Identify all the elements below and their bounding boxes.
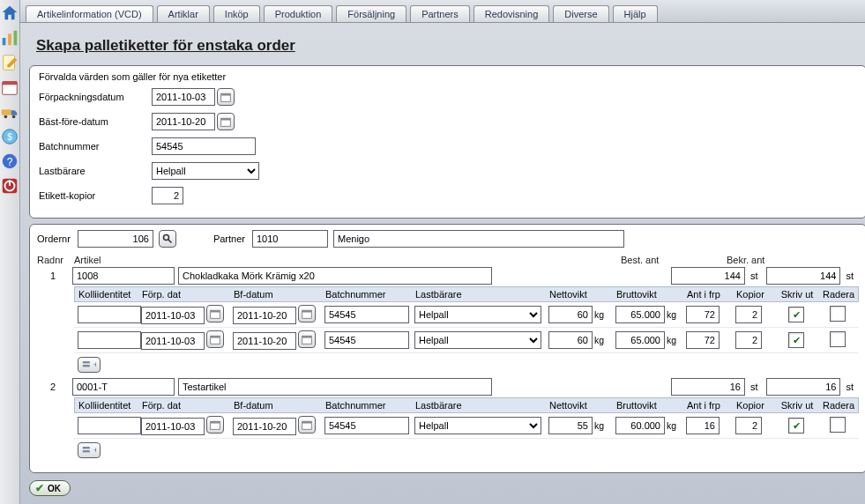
calendar-icon[interactable] (298, 330, 316, 348)
checkbox-skriv-ut[interactable] (788, 418, 804, 434)
calendar-icon[interactable] (206, 416, 224, 434)
input-ant-i-frp[interactable] (686, 306, 720, 323)
calendar-button-forp[interactable] (217, 88, 235, 106)
subgrid-header: Kolliidentitet Förp. dat Bf-datum Batchn… (74, 286, 859, 302)
home-icon[interactable] (0, 4, 19, 23)
label-batchnummer: Batchnummer (39, 141, 152, 152)
svg-rect-27 (211, 336, 220, 337)
tab-partners[interactable]: Partners (410, 5, 470, 22)
input-etikett-kopior[interactable] (152, 187, 183, 204)
svg-rect-23 (211, 310, 220, 312)
input-ant-i-frp[interactable] (686, 417, 720, 434)
input-forp-dat[interactable] (141, 307, 205, 324)
tab-ink-p[interactable]: Inköp (213, 5, 260, 22)
label-etikett-kopior: Etikett-kopior (39, 190, 152, 201)
svg-rect-25 (302, 310, 312, 312)
add-row-button[interactable]: + (78, 357, 101, 373)
input-kopior[interactable] (735, 331, 762, 349)
svg-rect-38 (83, 450, 90, 452)
tab-f-rs-ljning[interactable]: Försäljning (336, 5, 406, 22)
bekr-ant (766, 378, 840, 396)
input-kolli[interactable] (78, 306, 141, 323)
checkbox-radera[interactable] (830, 331, 846, 347)
input-kopior[interactable] (735, 417, 762, 434)
input-batch[interactable] (324, 331, 409, 349)
input-bruttovikt[interactable] (615, 306, 665, 323)
svg-rect-0 (3, 38, 6, 45)
input-forp-dat[interactable] (141, 332, 205, 350)
svg-rect-34 (211, 421, 220, 423)
calendar-icon[interactable] (0, 78, 19, 97)
defaults-panel: Förvalda värden som gäller för nya etike… (29, 65, 865, 219)
svg-text:+: + (93, 446, 96, 455)
input-bf-datum[interactable] (233, 332, 296, 350)
svg-rect-2 (14, 31, 18, 46)
input-bf-datum[interactable] (233, 418, 296, 435)
article-number (72, 267, 175, 285)
label-lastbarare: Lastbärare (39, 166, 152, 176)
partner-name (333, 230, 624, 248)
input-bf-datum[interactable] (233, 307, 296, 324)
ok-label: OK (48, 484, 61, 493)
calendar-icon[interactable] (206, 305, 224, 322)
input-nettovikt[interactable] (548, 331, 593, 349)
help-icon[interactable]: ? (0, 152, 19, 171)
select-lastbarare[interactable]: Helpall (152, 162, 259, 180)
checkbox-skriv-ut[interactable] (788, 332, 804, 348)
tab-artikelinformation-vcd-[interactable]: Artikelinformation (VCD) (26, 5, 153, 22)
input-bruttovikt[interactable] (615, 417, 665, 434)
chart-icon[interactable] (0, 28, 19, 48)
subgrid-header: Kolliidentitet Förp. dat Bf-datum Batchn… (74, 397, 859, 413)
input-kolli[interactable] (78, 331, 141, 349)
checkbox-skriv-ut[interactable] (788, 307, 804, 322)
svg-text:$: $ (7, 132, 12, 142)
defaults-caption: Förvalda värden som gäller för nya etike… (39, 71, 857, 82)
truck-icon[interactable] (0, 102, 19, 122)
input-forp-dat[interactable] (141, 418, 205, 435)
input-forpackningsdatum[interactable] (152, 88, 215, 106)
tab-diverse[interactable]: Diverse (553, 5, 608, 22)
select-lastbarare-row[interactable]: Helpall (414, 306, 541, 323)
power-icon[interactable] (0, 176, 19, 196)
svg-point-20 (163, 235, 168, 241)
svg-rect-6 (2, 109, 11, 115)
calendar-icon[interactable] (298, 416, 316, 434)
add-row-button[interactable]: + (78, 442, 101, 458)
ok-button[interactable]: ✔ OK (29, 480, 71, 496)
input-nettovikt[interactable] (548, 306, 593, 323)
tab-artiklar[interactable]: Artiklar (157, 5, 210, 22)
page-title: Skapa palletiketter för enstaka order (20, 23, 865, 65)
select-lastbarare-row[interactable]: Helpall (414, 417, 541, 434)
tab-produktion[interactable]: Produktion (264, 5, 333, 22)
search-order-button[interactable] (159, 230, 176, 248)
input-ant-i-frp[interactable] (686, 331, 720, 349)
tab-hj-lp[interactable]: Hjälp (613, 5, 658, 22)
checkbox-radera[interactable] (830, 306, 846, 322)
input-kopior[interactable] (735, 306, 762, 323)
input-bruttovikt[interactable] (615, 331, 665, 349)
best-ant (671, 267, 745, 285)
input-batch[interactable] (324, 417, 409, 434)
checkbox-radera[interactable] (830, 417, 846, 433)
input-batch[interactable] (324, 306, 409, 323)
input-bast-fore[interactable] (152, 113, 215, 130)
article-number (72, 378, 175, 396)
svg-rect-17 (221, 93, 231, 95)
row-number: 2 (37, 382, 69, 392)
svg-rect-30 (83, 361, 90, 363)
input-ordernr[interactable] (78, 230, 153, 248)
svg-rect-37 (83, 447, 90, 448)
label-bast-fore: Bäst-före-datum (39, 116, 152, 127)
coin-icon[interactable]: $ (0, 127, 19, 146)
tab-redovisning[interactable]: Redovisning (474, 5, 550, 22)
calendar-icon[interactable] (298, 305, 316, 322)
note-icon[interactable] (0, 53, 19, 72)
select-lastbarare-row[interactable]: Helpall (414, 331, 541, 349)
calendar-button-bf[interactable] (217, 113, 235, 130)
input-nettovikt[interactable] (548, 417, 593, 434)
input-kolli[interactable] (78, 417, 141, 434)
input-batchnummer[interactable] (152, 137, 256, 155)
best-ant (671, 378, 745, 396)
calendar-icon[interactable] (206, 330, 224, 348)
main-tabbar: Artikelinformation (VCD)ArtiklarInköpPro… (20, 0, 865, 23)
